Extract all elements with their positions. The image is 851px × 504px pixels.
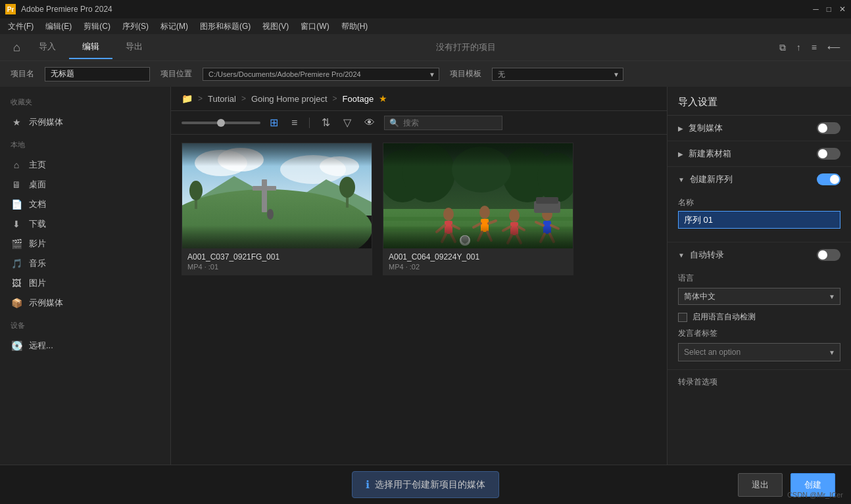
- tab-import[interactable]: 导入: [26, 35, 69, 59]
- breadcrumb-folder-icon[interactable]: 📁: [182, 93, 193, 104]
- close-button[interactable]: ✕: [839, 5, 846, 14]
- sidebar-item-movies[interactable]: 🎬 影片: [0, 234, 170, 254]
- menu-graphics[interactable]: 图形和标题(G): [195, 20, 256, 34]
- menu-sequence[interactable]: 序列(S): [117, 20, 154, 34]
- menu-edit[interactable]: 编辑(E): [40, 20, 77, 34]
- create-sequence-toggle[interactable]: [817, 173, 840, 185]
- new-bin-toggle[interactable]: [817, 148, 840, 160]
- sequence-name-field-label: 名称: [678, 197, 840, 208]
- sidebar-item-sample-media-local[interactable]: 📦 示例媒体: [0, 293, 170, 313]
- transcription-content: 语言 简体中文 ▼ 启用语言自动检测 发言者标签 Select an optio…: [668, 267, 851, 369]
- download-icon: ⬇: [11, 219, 22, 229]
- sidebar-item-label: 音乐: [29, 258, 46, 269]
- sidebar-item-remote[interactable]: 💽 远程...: [0, 336, 170, 355]
- menu-marker[interactable]: 标记(M): [155, 20, 193, 34]
- menu-help[interactable]: 帮助(H): [336, 20, 374, 34]
- create-sequence-header[interactable]: ▼ 创建新序列: [668, 167, 851, 192]
- media-info-2: A001_C064_09224Y_001 MP4 · :02: [383, 248, 573, 275]
- search-icon: 🔍: [389, 118, 399, 127]
- thumbnail-size-slider-container: [182, 122, 260, 124]
- new-bin-header[interactable]: ▶ 新建素材箱: [668, 141, 851, 166]
- auto-detect-checkbox[interactable]: [678, 313, 687, 322]
- new-bin-chevron-icon: ▶: [678, 150, 683, 158]
- tab-export[interactable]: 导出: [112, 35, 156, 59]
- project-template-select[interactable]: 无: [492, 68, 623, 81]
- sidebar-item-label: 图片: [29, 277, 46, 289]
- create-sequence-chevron-icon: ▼: [678, 176, 685, 183]
- search-wrapper: 🔍: [384, 116, 502, 130]
- svg-rect-7: [262, 179, 267, 212]
- breadcrumb-tutorial[interactable]: Tutorial: [208, 94, 236, 104]
- menu-file[interactable]: 文件(F): [3, 20, 39, 34]
- project-name-label: 项目名: [11, 68, 34, 80]
- sidebar: 收藏夹 ★ 示例媒体 本地 ⌂ 主页 🖥 桌面 📄 文档 ⬇ 下载 🎬 影片 🎵…: [0, 87, 171, 465]
- cancel-button[interactable]: 退出: [738, 473, 783, 497]
- filter-button[interactable]: ▽: [339, 115, 355, 130]
- sidebar-item-label: 下载: [29, 218, 46, 230]
- language-select[interactable]: 简体中文: [678, 288, 840, 305]
- minimize-button[interactable]: ─: [813, 5, 819, 14]
- media-card-1[interactable]: A001_C037_0921FG_001 MP4 · :01: [182, 143, 372, 275]
- media-card-2[interactable]: A001_C064_09224Y_001 MP4 · :02: [383, 143, 573, 275]
- import-settings-title: 导入设置: [668, 87, 851, 116]
- menu-window[interactable]: 窗口(W): [295, 20, 334, 34]
- favorite-star-icon[interactable]: ★: [379, 93, 387, 104]
- window-controls: ─ □ ✕: [813, 5, 846, 14]
- project-location-wrapper: C:/Users/Documents/Adobe/Premiere Pro/20…: [203, 68, 439, 81]
- copy-media-toggle[interactable]: [817, 122, 840, 134]
- menu-view[interactable]: 视图(V): [257, 20, 294, 34]
- sequence-name-input[interactable]: [678, 211, 840, 229]
- list-view-button[interactable]: ≡: [287, 116, 301, 130]
- home-icon: ⌂: [11, 160, 22, 170]
- sidebar-item-desktop[interactable]: 🖥 桌面: [0, 175, 170, 195]
- new-bin-label: 新建素材箱: [689, 148, 812, 160]
- sort-button[interactable]: ⇅: [318, 115, 334, 130]
- home-button[interactable]: ⌂: [8, 38, 26, 57]
- music-icon: 🎵: [11, 258, 22, 269]
- copy-media-label: 复制媒体: [689, 122, 812, 134]
- copy-media-header[interactable]: ▶ 复制媒体: [668, 116, 851, 141]
- thumbnail-size-slider[interactable]: [182, 122, 260, 124]
- app-icon: Pr: [5, 4, 16, 14]
- tab-edit[interactable]: 编辑: [69, 35, 112, 59]
- favorites-section-label: 收藏夹: [0, 95, 170, 112]
- auto-transcription-header[interactable]: ▼ 自动转录: [668, 242, 851, 267]
- sidebar-item-pictures[interactable]: 🖼 图片: [0, 273, 170, 293]
- auto-transcription-toggle-knob: [818, 250, 827, 260]
- share-icon[interactable]: ↑: [794, 39, 804, 55]
- project-template-label: 项目模板: [450, 68, 481, 80]
- media-info-1: A001_C037_0921FG_001 MP4 · :01: [182, 248, 372, 275]
- document-icon: 📄: [11, 199, 22, 210]
- sidebar-item-sample-media-fav[interactable]: ★ 示例媒体: [0, 112, 170, 132]
- menu-clip[interactable]: 剪辑(C): [78, 20, 116, 34]
- visibility-button[interactable]: 👁: [360, 116, 379, 130]
- remote-icon: 💽: [11, 340, 22, 351]
- toolbar-separator: [309, 118, 310, 128]
- fullscreen-icon[interactable]: ⧉: [777, 39, 789, 56]
- scene-cross-svg: [182, 143, 372, 248]
- project-location-select[interactable]: C:/Users/Documents/Adobe/Premiere Pro/20…: [203, 68, 439, 81]
- sidebar-item-home[interactable]: ⌂ 主页: [0, 155, 170, 175]
- sidebar-item-label: 远程...: [29, 340, 53, 352]
- star-icon: ★: [11, 117, 22, 127]
- svg-rect-14: [182, 143, 372, 166]
- menu-bar: 文件(F) 编辑(E) 剪辑(C) 序列(S) 标记(M) 图形和标题(G) 视…: [0, 18, 851, 34]
- media-thumb-1: [182, 143, 372, 248]
- back-icon[interactable]: ⟵: [825, 39, 843, 55]
- sidebar-item-documents[interactable]: 📄 文档: [0, 195, 170, 214]
- maximize-button[interactable]: □: [827, 5, 831, 14]
- breadcrumb-footage[interactable]: Footage: [343, 94, 374, 104]
- sidebar-item-downloads[interactable]: ⬇ 下载: [0, 214, 170, 234]
- svg-rect-52: [383, 143, 573, 166]
- grid-view-button[interactable]: ⊞: [266, 115, 282, 130]
- breadcrumb-going-home[interactable]: Going Home project: [251, 94, 328, 104]
- movie-icon: 🎬: [11, 239, 22, 249]
- header-action-icons: ⧉ ↑ ≡ ⟵: [777, 39, 843, 56]
- speaker-select[interactable]: Select an option: [678, 343, 840, 361]
- project-name-input[interactable]: [45, 67, 150, 81]
- sidebar-item-music[interactable]: 🎵 音乐: [0, 254, 170, 273]
- search-input[interactable]: [384, 116, 502, 130]
- app-title: Adobe Premiere Pro 2024: [21, 5, 808, 14]
- menu-icon[interactable]: ≡: [809, 39, 819, 55]
- auto-transcription-toggle[interactable]: [817, 249, 840, 261]
